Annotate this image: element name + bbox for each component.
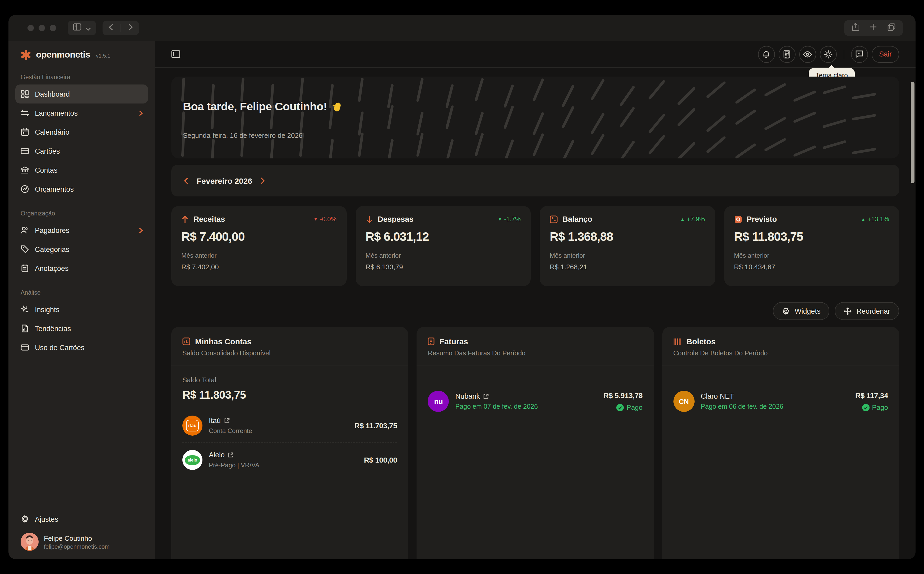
decor-bar [445, 139, 454, 158]
minimize-window-button[interactable] [39, 25, 45, 31]
logout-button[interactable]: Sair [872, 46, 899, 63]
decor-bar [677, 108, 696, 127]
external-link-icon[interactable] [483, 393, 489, 399]
decor-bar [387, 84, 394, 108]
sidebar-item-dashboard[interactable]: Dashboard [15, 85, 148, 104]
previous-month-button[interactable] [184, 177, 188, 184]
decor-bar [503, 84, 514, 108]
account-value: R$ 11.703,75 [354, 421, 397, 430]
scrollbar-thumb[interactable] [911, 82, 915, 183]
sidebar-item-ajustes[interactable]: Ajustes [15, 509, 148, 528]
widget-cards: Minhas Contas Saldo Consolidado Disponív… [171, 327, 899, 559]
stat-card-previsto: Previsto ▲+13.1% R$ 11.803,75 Mês anteri… [724, 206, 899, 286]
sidebar-item-label: Cartões [35, 147, 60, 155]
back-button[interactable] [109, 23, 113, 33]
decor-bar [590, 134, 605, 156]
invoice-name: Nubank [456, 393, 480, 400]
sidebar-item-label: Pagadores [35, 226, 70, 234]
arrow-up-icon [181, 215, 189, 223]
share-icon[interactable] [851, 23, 859, 33]
next-month-button[interactable] [261, 177, 265, 184]
stat-value: R$ 11.803,75 [734, 230, 889, 244]
decor-bar [764, 137, 786, 151]
user-profile[interactable]: Felipe Coutinho felipe@openmonetis.com [15, 528, 148, 552]
stat-value: R$ 1.368,88 [550, 230, 705, 244]
tab-overview-icon[interactable] [888, 23, 896, 33]
sidebar-item-orcamentos[interactable]: Orçamentos [15, 180, 148, 199]
sidebar-item-insights[interactable]: Insights [15, 300, 148, 319]
account-value: R$ 100,00 [364, 456, 397, 464]
calculator-button[interactable] [778, 46, 796, 63]
decor-bar [562, 85, 575, 108]
total-balance-value: R$ 11.803,75 [182, 389, 397, 401]
external-link-icon[interactable] [228, 452, 234, 458]
account-desc: Pré-Pago | VR/VA [209, 462, 259, 469]
account-row-itau[interactable]: itaú Itaú Conta Corrente R$ 11.703,75 [182, 409, 397, 443]
sidebar-collapse-icon[interactable] [171, 50, 180, 58]
decor-bar [764, 117, 786, 131]
decor-bar [822, 119, 846, 128]
zoom-window-button[interactable] [50, 25, 56, 31]
notifications-button[interactable] [758, 46, 775, 63]
gear-icon [21, 515, 29, 523]
month-label: Fevereiro 2026 [197, 176, 252, 185]
theme-toggle-button[interactable] [820, 46, 837, 63]
sidebar-footer: Ajustes Felipe Coutinho felipe@openmonet… [15, 509, 148, 559]
app-version: v1.5.1 [96, 53, 111, 58]
stat-value: R$ 7.400,00 [181, 230, 337, 244]
bill-row-claro-net[interactable]: CN Claro NET Pago em 06 de fev. de 2026 … [673, 384, 888, 419]
sidebar-item-tendencias[interactable]: Tendências [15, 319, 148, 338]
forward-button[interactable] [128, 23, 133, 33]
notebook-icon [21, 264, 29, 273]
stat-card-receitas: Receitas ▼-0.0% R$ 7.400,00 Mês anterior… [171, 206, 346, 286]
account-row-alelo[interactable]: alelo Alelo Pré-Pago | VR/VA R$ 100,00 [182, 443, 397, 477]
sidebar-item-categorias[interactable]: Categorias [15, 240, 148, 259]
new-tab-icon[interactable] [870, 23, 877, 33]
section-label: Análise [15, 289, 148, 296]
decor-bar [562, 106, 575, 129]
decor-bar [503, 139, 514, 158]
app-header: Sair Tema claro [155, 41, 916, 68]
invoice-row-nubank[interactable]: nu Nubank Pago em 07 de fev. de 2026 R$ … [428, 384, 643, 419]
decor-bar [648, 134, 666, 155]
stat-prev-value: R$ 7.402,00 [181, 263, 337, 271]
header-actions: Sair Tema claro [758, 46, 899, 63]
sidebar-item-pagadores[interactable]: Pagadores [15, 221, 148, 240]
decor-bar [210, 139, 215, 158]
sidebar-item-uso-de-cartoes[interactable]: Uso de Cartões [15, 338, 148, 357]
sidebar-item-label: Categorias [35, 245, 70, 253]
close-window-button[interactable] [27, 25, 34, 31]
transactions-icon [21, 109, 29, 117]
sidebar-item-label: Anotações [35, 264, 69, 272]
budget-icon [21, 185, 29, 193]
sidebar-item-calendario[interactable]: Calendário [15, 123, 148, 142]
decor-bar [852, 93, 876, 99]
decor-bar [299, 77, 304, 102]
arrow-down-icon [365, 215, 373, 223]
decor-bar [181, 77, 185, 102]
sidebar-item-lancamentos[interactable]: Lançamentos [15, 104, 148, 123]
decor-bar [416, 77, 424, 102]
header-divider [844, 49, 844, 59]
total-balance-label: Saldo Total [182, 376, 397, 384]
external-link-icon[interactable] [224, 418, 230, 424]
decor-bar [619, 140, 635, 158]
privacy-eye-button[interactable] [799, 46, 816, 63]
itau-logo: itaú [182, 416, 203, 436]
desktop: openmonetis v1.5.1 Gestão Financeira Das… [0, 0, 924, 574]
widgets-button[interactable]: Widgets [773, 302, 830, 320]
file-chart-icon [21, 324, 29, 333]
browser-sidebar-toggle[interactable] [68, 20, 96, 35]
decor-bar [475, 133, 484, 157]
dashboard-content: Boa tarde, Felipe Coutinho! Segunda-feir… [155, 68, 916, 559]
reorder-button[interactable]: Reordenar [835, 302, 899, 320]
sidebar-item-contas[interactable]: Contas [15, 161, 148, 180]
sidebar-item-anotacoes[interactable]: Anotações [15, 259, 148, 278]
tag-icon [21, 245, 29, 254]
stat-prev-label: Mês anterior [550, 252, 705, 259]
invoice-value: R$ 5.913,78 [603, 391, 642, 400]
feedback-button[interactable] [851, 46, 868, 63]
sidebar-item-label: Ajustes [35, 515, 59, 523]
section-label: Gestão Financeira [15, 74, 148, 80]
sidebar-item-cartoes[interactable]: Cartões [15, 142, 148, 161]
